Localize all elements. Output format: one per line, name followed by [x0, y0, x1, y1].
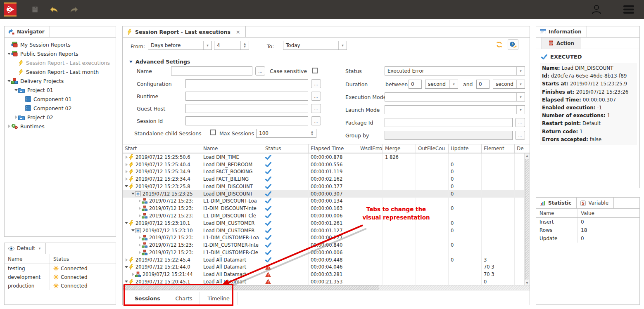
close-icon[interactable]: × [236, 29, 240, 35]
session-row[interactable]: 2019/07/12 15:22:45.4Load All Datamart00… [123, 256, 530, 264]
expand-arrow-icon[interactable] [138, 236, 142, 240]
configuration-browse-button[interactable]: ... [311, 79, 321, 88]
nav-item-session-report-last-month[interactable]: Session Report - Last month [5, 67, 116, 76]
launch-mode-select[interactable]: ▾ [385, 105, 525, 114]
statistic-row-rows[interactable]: Rows18 [536, 226, 639, 234]
menu-icon[interactable] [623, 5, 635, 14]
session-row[interactable]: 2019/07/12 15:23:10Load DIM_CUSTOMER00:0… [123, 227, 530, 234]
nav-item-runtimes[interactable]: Runtimes [5, 122, 116, 131]
profile-dropdown[interactable]: Default ▾ [5, 243, 46, 254]
save-icon[interactable] [31, 6, 38, 13]
column-header-update[interactable]: Update [449, 144, 482, 153]
expand-arrow-icon[interactable] [7, 52, 11, 56]
expand-arrow-icon[interactable] [138, 214, 142, 218]
column-header-element[interactable]: Element [482, 144, 515, 153]
chevron-down-icon[interactable]: ▾ [449, 80, 458, 88]
chevron-down-icon[interactable]: ▾ [516, 93, 525, 101]
from-value-stepper[interactable]: 4 ▲▼ [214, 41, 249, 50]
name-browse-button[interactable]: ... [255, 66, 265, 75]
expand-arrow-icon[interactable] [7, 124, 11, 128]
undo-icon[interactable] [50, 7, 58, 13]
column-header-elapsed-time[interactable]: Elapsed Time [309, 144, 358, 153]
package-id-input[interactable] [385, 118, 513, 127]
nav-item-my-session-reports[interactable]: My Session Reports [5, 40, 116, 49]
session-row[interactable]: 2019/07/12 15:23:L1-DIM_DISCOUNT-Loa00:0… [123, 198, 530, 205]
expand-arrow-icon[interactable] [124, 280, 128, 284]
horizontal-scroll-track[interactable] [379, 285, 530, 290]
expand-arrow-icon[interactable] [7, 79, 11, 83]
expand-arrow-icon[interactable] [14, 115, 18, 119]
advanced-settings-toggle[interactable]: Advanced Settings [129, 59, 190, 65]
scroll-up-icon[interactable]: ▲ [525, 153, 530, 158]
column-header-delete[interactable]: Delete [515, 144, 524, 153]
app-logo-icon[interactable] [4, 2, 17, 17]
execution-mode-select[interactable]: ▾ [385, 92, 525, 101]
refresh-icon[interactable] [496, 41, 503, 48]
vertical-scrollbar[interactable]: ▲ ▼ [524, 153, 530, 285]
expand-arrow-icon[interactable] [124, 184, 128, 189]
nav-item-component-02[interactable]: Component 02 [5, 104, 116, 113]
expand-arrow-icon[interactable] [124, 221, 128, 225]
tab-navigator[interactable]: Navigator [5, 26, 50, 37]
session-row[interactable]: 2019/07/12 15:23:I1-DIM_CUSTOMER-Inte00:… [123, 241, 530, 249]
expand-arrow-icon[interactable] [131, 192, 135, 196]
statistic-col-name[interactable]: Name [536, 209, 577, 217]
group-by-browse-button[interactable]: ... [515, 131, 525, 140]
nav-item-project-01[interactable]: Project 01 [5, 85, 116, 94]
runtime-row-testing[interactable]: testingConnected [5, 264, 116, 273]
session-id-browse-button[interactable]: ... [311, 116, 321, 125]
session-row[interactable]: 2019/07/12 15:23:L1-DIM_CUSTOMER-Loa00:0… [123, 234, 530, 241]
expand-arrow-icon[interactable] [124, 163, 128, 167]
statistic-col-value[interactable]: Value [577, 209, 639, 217]
tab-session-report-last-executions[interactable]: Session Report - Last executions × [123, 26, 246, 37]
expand-arrow-icon[interactable] [124, 258, 128, 262]
from-type-select[interactable]: Days before ▾ [148, 41, 212, 50]
runtime-input[interactable] [185, 92, 308, 101]
to-type-select[interactable]: Today ▾ [283, 41, 347, 50]
expand-arrow-icon[interactable] [138, 206, 142, 210]
tab-action[interactable]: Action [541, 38, 581, 49]
expand-arrow-icon[interactable] [124, 265, 128, 269]
runtime-browse-button[interactable]: ... [311, 92, 321, 101]
chevron-down-icon[interactable]: ▾ [203, 41, 211, 50]
horizontal-scroll-thumb[interactable] [123, 285, 379, 290]
expand-arrow-icon[interactable] [138, 243, 142, 247]
vertical-scroll-thumb[interactable] [525, 159, 529, 280]
guest-host-browse-button[interactable]: ... [311, 104, 321, 113]
expand-arrow-icon[interactable] [131, 229, 135, 233]
statistic-row-update[interactable]: Update0 [536, 234, 639, 243]
group-by-input[interactable] [385, 131, 513, 140]
statistic-row-insert[interactable]: Insert0 [536, 218, 639, 226]
session-row[interactable]: 2019/07/12 15:21:44.0Load All Datamart00… [123, 263, 530, 271]
tab-charts[interactable]: Charts [168, 292, 200, 305]
configuration-input[interactable] [185, 79, 308, 88]
expand-arrow-icon[interactable] [124, 177, 128, 181]
auto-refresh-button[interactable] [508, 39, 518, 50]
expand-arrow-icon[interactable] [124, 155, 128, 159]
tab-information[interactable]: Information [536, 26, 587, 37]
session-row[interactable]: 2019/07/12 15:23:25.8Load DIM_DISCOUNT00… [123, 183, 530, 190]
session-row[interactable]: 2019/07/12 15:23:25Load DIM_DISCOUNT00:0… [123, 190, 530, 198]
session-row[interactable]: 2019/07/12 15:20:45.1Load All Datamart00… [123, 278, 530, 285]
standalone-checkbox[interactable] [210, 130, 216, 135]
session-row[interactable]: 2019/07/12 15:23:10.1Load DIM_CUSTOMER00… [123, 219, 530, 227]
session-row[interactable]: 2019/07/12 15:23:34.4Load FACT_BILLING00… [123, 175, 530, 183]
expand-arrow-icon[interactable] [138, 199, 142, 203]
nav-item-delivery-projects[interactable]: Delivery Projects [5, 76, 116, 85]
redo-icon[interactable] [70, 7, 78, 13]
max-sessions-stepper[interactable]: 100 ▲▼ [256, 129, 316, 138]
tab-statistic[interactable]: Statistic [536, 198, 577, 208]
chevron-down-icon[interactable]: ▾ [338, 41, 347, 50]
duration-min-unit-select[interactable]: second ▾ [425, 80, 458, 89]
chevron-down-icon[interactable]: ▾ [516, 67, 525, 75]
column-header-name[interactable]: Name [201, 144, 263, 153]
spinner-down-icon[interactable]: ▼ [244, 45, 246, 48]
tab-timeline[interactable]: Timeline [200, 292, 237, 305]
tab-sessions[interactable]: Sessions [127, 292, 168, 305]
session-id-input[interactable] [185, 116, 308, 125]
guest-host-input[interactable] [185, 104, 308, 113]
nav-item-project-02[interactable]: Project 02 [5, 113, 116, 122]
session-row[interactable]: 2019/07/12 15:21:44Load All Datamart00:0… [123, 271, 530, 278]
horizontal-scrollbar[interactable] [123, 285, 530, 290]
expand-arrow-icon[interactable] [14, 88, 18, 92]
